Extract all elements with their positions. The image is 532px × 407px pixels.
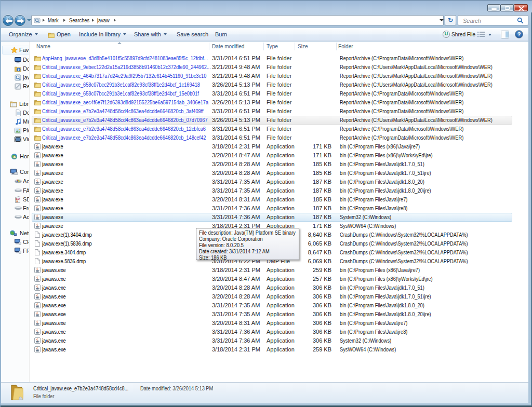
svg-text:H: H [17, 200, 18, 203]
